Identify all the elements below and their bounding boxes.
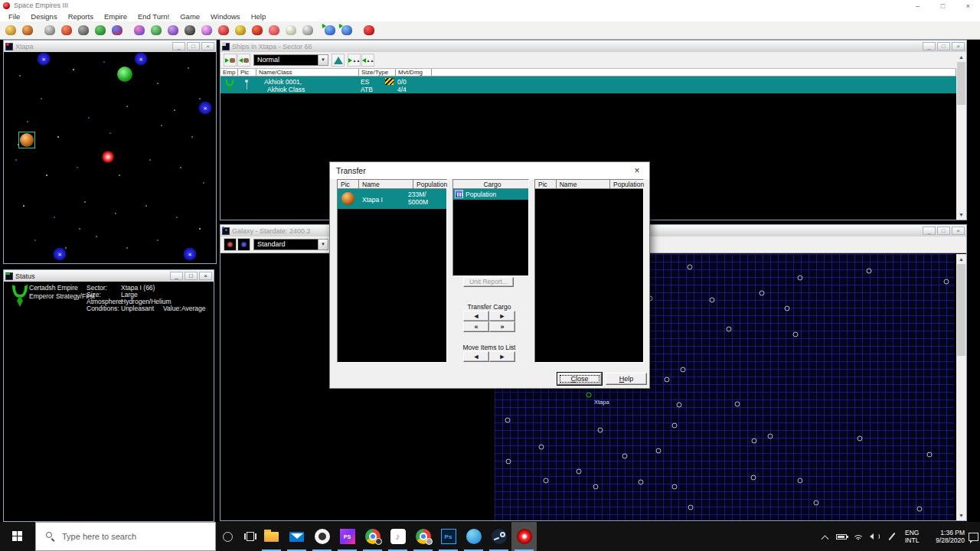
star-system[interactable]: [798, 478, 803, 484]
menu-reports[interactable]: Reports: [63, 11, 99, 21]
transfer-from-ship-button[interactable]: [237, 54, 250, 67]
search-input[interactable]: [62, 532, 200, 541]
ships-close-button[interactable]: ×: [952, 42, 965, 51]
scroll-up-icon[interactable]: ▲: [956, 52, 966, 62]
fleet-ungroup-button[interactable]: ▲▲: [361, 54, 374, 67]
ships-list-header[interactable]: EmpPicName/ClassSize/TypeMvt/Dmg: [220, 69, 956, 77]
move-left-button[interactable]: ◄: [463, 351, 489, 362]
column-mvt-dmg[interactable]: Mvt/Dmg: [396, 69, 432, 76]
minimize-button[interactable]: –: [906, 0, 929, 11]
green-globe-icon[interactable]: [92, 23, 108, 38]
close-button[interactable]: Close: [557, 373, 602, 385]
fleet-group-button[interactable]: ▲▲: [348, 54, 361, 67]
xtapa-title-bar[interactable]: Xtapa _ □ ×: [4, 41, 216, 52]
star-system[interactable]: [944, 279, 949, 285]
column-name-class[interactable]: Name/Class: [256, 69, 359, 76]
star-system[interactable]: [539, 445, 544, 450]
star-system[interactable]: [681, 367, 686, 373]
volume-icon[interactable]: [867, 522, 884, 551]
star-system[interactable]: [793, 332, 799, 337]
star-system[interactable]: [688, 265, 693, 270]
star-system[interactable]: [768, 434, 773, 439]
taskbar-app-app-round-teal[interactable]: [461, 522, 486, 551]
ships-maximize-button[interactable]: □: [937, 42, 950, 51]
menu-file[interactable]: File: [3, 11, 25, 21]
star-system[interactable]: [544, 478, 549, 484]
close-button[interactable]: ×: [956, 0, 980, 11]
star-system[interactable]: [677, 403, 682, 408]
taskbar-app-chrome-profile-2[interactable]: [410, 522, 436, 551]
star-system[interactable]: [927, 452, 933, 458]
taskbar-app-file-explorer[interactable]: [259, 522, 284, 551]
scroll-down-icon[interactable]: ▼: [956, 510, 966, 520]
star-system[interactable]: [639, 480, 644, 485]
galaxy-view-button-2[interactable]: [237, 238, 250, 251]
star-system[interactable]: [506, 459, 511, 465]
star-system[interactable]: [593, 484, 599, 490]
ship-row-akhiok[interactable]: Akhiok 0001, Akhiok Class ES ATB 0/0 4/4: [220, 77, 956, 93]
galaxy-maximize-button[interactable]: □: [937, 227, 950, 235]
end-turn-return-icon[interactable]: [361, 23, 377, 38]
ships-minimize-button[interactable]: _: [923, 42, 936, 51]
terrain-view-button[interactable]: [332, 54, 345, 67]
star-system[interactable]: [577, 469, 582, 474]
cargo-ship-icon[interactable]: [19, 23, 35, 38]
taskbar-app-itunes[interactable]: ♪: [385, 522, 410, 551]
column-name[interactable]: Name: [557, 180, 610, 188]
status-title-bar[interactable]: Status _ □ ×: [4, 270, 214, 282]
menu-designs[interactable]: Designs: [25, 11, 62, 21]
star-system[interactable]: [785, 306, 790, 311]
star-system[interactable]: [656, 448, 662, 454]
resources-wave-icon[interactable]: [266, 23, 282, 38]
windows-ink-icon[interactable]: [884, 522, 900, 551]
move-right-button[interactable]: ►: [489, 351, 515, 362]
column-population[interactable]: Population: [413, 180, 446, 188]
start-button[interactable]: [0, 522, 35, 551]
action-center-icon[interactable]: [966, 522, 980, 551]
column-pic[interactable]: Pic: [238, 69, 256, 76]
taskbar-app-mail[interactable]: [284, 522, 309, 551]
star-system[interactable]: [622, 454, 628, 459]
ships-scrollbar[interactable]: ▲ ▼: [956, 52, 966, 220]
star-system[interactable]: [752, 439, 757, 444]
previous-turn-globe-icon[interactable]: [322, 23, 338, 38]
status-maximize-button[interactable]: □: [185, 272, 198, 280]
warp-point[interactable]: ×: [135, 53, 148, 66]
taskbar-app-photoshop[interactable]: Ps: [436, 522, 461, 551]
selected-planet[interactable]: [18, 132, 35, 148]
star-system[interactable]: [760, 291, 765, 296]
scroll-up-icon[interactable]: ▲: [956, 254, 966, 264]
treasury-money-icon[interactable]: [148, 23, 164, 38]
status-close-button[interactable]: ×: [199, 272, 212, 280]
star-system[interactable]: [735, 402, 740, 407]
cortana-button[interactable]: [216, 522, 239, 551]
warp-point[interactable]: ×: [184, 248, 197, 261]
sector-map[interactable]: ×××××: [4, 52, 216, 263]
transfer-target-list[interactable]: PicNamePopulation: [534, 179, 644, 363]
language-indicator[interactable]: ENG INTL: [905, 522, 919, 551]
xtapa-minimize-button[interactable]: _: [172, 42, 185, 51]
log-clipboard-icon[interactable]: [283, 23, 299, 38]
galaxy-view-button-1[interactable]: [224, 238, 237, 251]
green-planet[interactable]: [117, 67, 132, 82]
column-pic[interactable]: Pic: [535, 180, 557, 188]
taskbar-app-steam[interactable]: [486, 522, 511, 551]
warp-point[interactable]: ×: [38, 53, 51, 66]
xtapa-close-button[interactable]: ×: [201, 42, 214, 51]
wifi-icon[interactable]: [850, 522, 867, 551]
taskbar-app-phpstorm[interactable]: PS: [335, 522, 360, 551]
statistics-pie-icon[interactable]: [131, 23, 147, 38]
construction-brick-icon[interactable]: [249, 23, 265, 38]
transfer-close-icon[interactable]: ×: [631, 165, 643, 177]
transfer-to-ship-button[interactable]: [224, 54, 237, 67]
ship-design-icon[interactable]: [2, 23, 18, 38]
warp-point[interactable]: ×: [54, 248, 67, 261]
source-list-header[interactable]: PicNamePopulation: [338, 180, 446, 189]
clock[interactable]: 1:36 PM 9/28/2020: [925, 522, 965, 551]
ships-filter-dropdown[interactable]: Normal ▼: [253, 54, 328, 66]
dropdown-arrow-icon[interactable]: ▼: [318, 54, 328, 66]
star-system[interactable]: [798, 276, 803, 281]
scroll-down-icon[interactable]: ▼: [956, 210, 966, 220]
transfer-left-button[interactable]: ◄: [463, 311, 489, 321]
menu-windows[interactable]: Windows: [205, 11, 246, 21]
